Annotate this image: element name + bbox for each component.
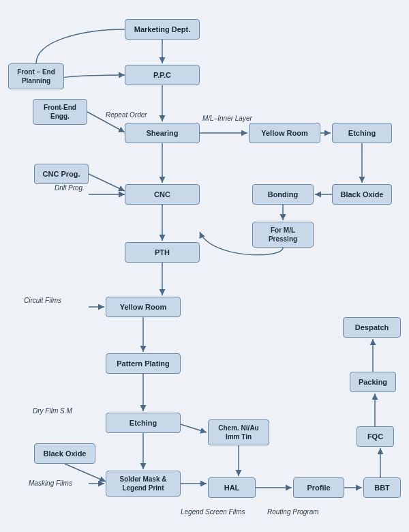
- box-frontend-engg: Front-EndEngg.: [33, 99, 87, 125]
- label-masking-films: Masking Films: [29, 479, 72, 487]
- box-etching1: Etching: [106, 413, 181, 433]
- svg-line-22: [181, 424, 207, 432]
- label-drill-prog: Drill Prog.: [55, 184, 85, 192]
- box-bonding: Bonding: [252, 184, 314, 205]
- box-pth: PTH: [125, 242, 200, 263]
- box-cnc-prog: CNC Prog.: [34, 164, 89, 184]
- box-hal: HAL: [208, 477, 256, 498]
- box-etching2: Etching: [332, 123, 392, 143]
- box-front-end-planning: Front – EndPlanning: [8, 63, 64, 89]
- box-yellow-room2: Yellow Room: [249, 123, 320, 143]
- box-cnc: CNC: [125, 184, 200, 205]
- box-bbt: BBT: [363, 477, 401, 498]
- box-for-pressing: For M/LPressing: [252, 222, 314, 248]
- label-legend-screen: Legend Screen Films: [181, 508, 245, 516]
- box-shearing: Shearing: [125, 123, 200, 143]
- box-profile: Profile: [293, 477, 344, 498]
- box-despatch: Despatch: [343, 317, 401, 338]
- box-solder-mask: Solder Mask &Legend Print: [106, 471, 181, 497]
- label-routing-program: Routing Program: [267, 508, 319, 516]
- box-yellow-room1: Yellow Room: [106, 297, 181, 317]
- box-chem-ni: Chem. Ni/AuImm Tin: [208, 419, 269, 445]
- box-marketing: Marketing Dept.: [125, 19, 200, 40]
- box-black-oxide2: Black Oxide: [332, 184, 392, 205]
- flow-diagram: Marketing Dept. P.P.C Front-EndEngg. She…: [0, 0, 409, 532]
- box-ppc: P.P.C: [125, 65, 200, 85]
- box-fqc: FQC: [357, 426, 394, 447]
- label-ml-inner-layer: M/L–Inner Layer: [202, 115, 252, 122]
- box-black-oxide1: Black Oxide: [34, 443, 95, 464]
- svg-line-10: [89, 174, 125, 191]
- box-packing: Packing: [350, 372, 396, 392]
- label-repeat-order: Repeat Order: [106, 111, 147, 119]
- box-pattern-plating: Pattern Plating: [106, 353, 181, 374]
- label-circuit-films: Circuit Films: [24, 297, 61, 304]
- label-dry-film: Dry Film S.M: [33, 407, 72, 415]
